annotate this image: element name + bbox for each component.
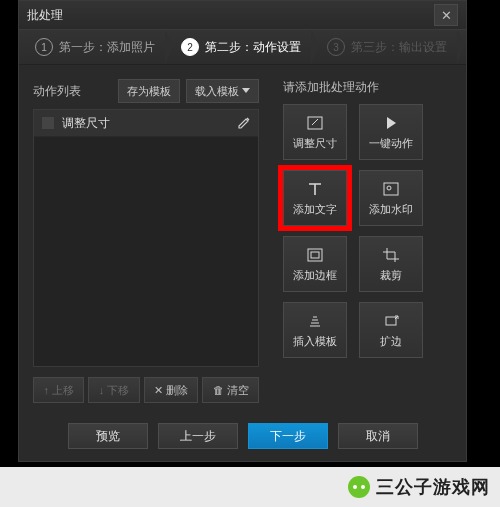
tile-add-watermark[interactable]: 添加水印	[359, 170, 423, 226]
arrow-up-icon: ↑	[43, 384, 49, 396]
arrow-down-icon: ↓	[99, 384, 105, 396]
action-item-label: 调整尺寸	[62, 115, 238, 132]
window-title: 批处理	[27, 7, 63, 24]
batch-dialog: 批处理 ✕ 1 第一步：添加照片 2 第二步：动作设置 3 第三步：输出设置 动…	[18, 0, 467, 462]
tile-crop[interactable]: 裁剪	[359, 236, 423, 292]
preview-button[interactable]: 预览	[68, 423, 148, 449]
tile-add-text[interactable]: 添加文字	[283, 170, 347, 226]
titlebar: 批处理 ✕	[19, 1, 466, 30]
trash-icon: 🗑	[213, 384, 224, 396]
action-list-label: 动作列表	[33, 83, 112, 100]
extend-icon	[383, 312, 399, 330]
move-up-button[interactable]: ↑ 上移	[33, 377, 84, 403]
site-logo-icon	[348, 476, 370, 498]
prev-step-button[interactable]: 上一步	[158, 423, 238, 449]
svg-rect-4	[311, 252, 319, 258]
step-1-badge: 1	[35, 38, 53, 56]
action-list-toolbar: ↑ 上移 ↓ 下移 ✕ 删除 🗑 清空	[33, 377, 259, 403]
action-list: 调整尺寸	[33, 109, 259, 367]
step-bar: 1 第一步：添加照片 2 第二步：动作设置 3 第三步：输出设置	[19, 30, 466, 65]
tile-auto-action[interactable]: 一键动作	[359, 104, 423, 160]
border-icon	[307, 246, 323, 264]
site-watermark-text: 三公子游戏网	[376, 475, 490, 499]
clear-button[interactable]: 🗑 清空	[202, 377, 259, 403]
close-icon: ✕	[441, 8, 452, 23]
tile-insert-template[interactable]: 插入模板	[283, 302, 347, 358]
cancel-button[interactable]: 取消	[338, 423, 418, 449]
template-icon	[307, 312, 323, 330]
checkbox[interactable]	[42, 117, 54, 129]
tile-extend[interactable]: 扩边	[359, 302, 423, 358]
load-template-button[interactable]: 载入模板	[186, 79, 259, 103]
step-2-badge: 2	[181, 38, 199, 56]
svg-rect-3	[308, 249, 322, 261]
save-template-button[interactable]: 存为模板	[118, 79, 180, 103]
svg-point-2	[387, 186, 391, 190]
next-step-button[interactable]: 下一步	[248, 423, 328, 449]
tile-resize[interactable]: 调整尺寸	[283, 104, 347, 160]
step-2-label: 第二步：动作设置	[205, 39, 301, 56]
edit-icon[interactable]	[238, 117, 250, 129]
dialog-footer: 预览 上一步 下一步 取消	[19, 423, 466, 449]
resize-icon	[307, 114, 323, 132]
step-2[interactable]: 2 第二步：动作设置	[165, 30, 311, 64]
step-1[interactable]: 1 第一步：添加照片	[19, 30, 165, 64]
step-3: 3 第三步：输出设置	[311, 30, 457, 64]
step-3-label: 第三步：输出设置	[351, 39, 447, 56]
step-1-label: 第一步：添加照片	[59, 39, 155, 56]
delete-button[interactable]: ✕ 删除	[144, 377, 199, 403]
chevron-down-icon	[242, 88, 250, 94]
x-icon: ✕	[154, 384, 163, 397]
move-down-button[interactable]: ↓ 下移	[88, 377, 139, 403]
site-watermark: 三公子游戏网	[0, 467, 500, 507]
play-icon	[384, 114, 398, 132]
text-icon	[307, 180, 323, 198]
action-list-item[interactable]: 调整尺寸	[34, 110, 258, 137]
svg-rect-0	[308, 117, 322, 129]
crop-icon	[383, 246, 399, 264]
watermark-icon	[383, 180, 399, 198]
svg-rect-5	[386, 317, 396, 325]
left-panel: 动作列表 存为模板 载入模板 调整尺寸	[33, 79, 259, 403]
right-panel-label: 请添加批处理动作	[283, 79, 452, 96]
tile-add-border[interactable]: 添加边框	[283, 236, 347, 292]
right-panel: 请添加批处理动作 调整尺寸 一键动作 添加文字 添加水印	[259, 79, 452, 403]
step-3-badge: 3	[327, 38, 345, 56]
close-button[interactable]: ✕	[434, 4, 458, 26]
